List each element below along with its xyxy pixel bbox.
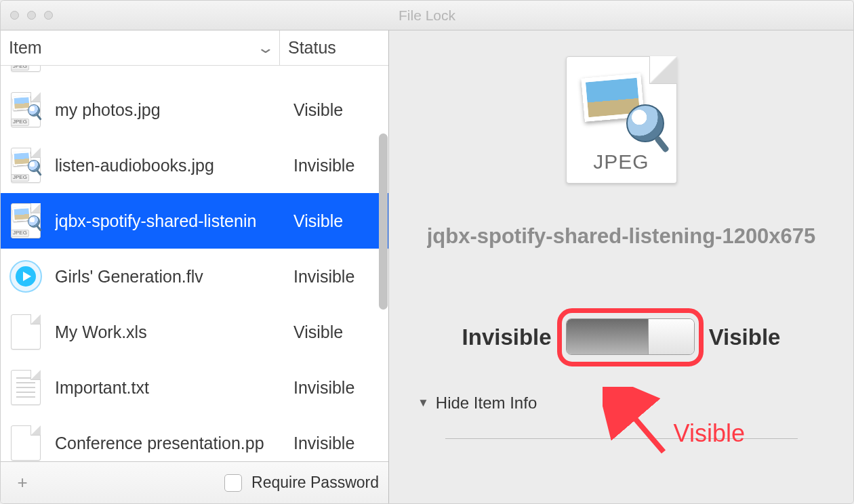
file-name: Important.txt bbox=[55, 378, 281, 398]
table-row[interactable]: Girls' Generation.flvInvisible bbox=[1, 249, 388, 304]
jpeg-file-icon: JPEG bbox=[9, 203, 43, 238]
file-status: Invisible bbox=[293, 156, 382, 175]
table-row[interactable]: Conference presentation.ppInvisible bbox=[1, 415, 388, 461]
require-password-checkbox[interactable] bbox=[224, 474, 242, 492]
table-row[interactable]: JPEG bbox=[1, 66, 388, 82]
file-name: my photos.jpg bbox=[55, 100, 281, 120]
file-status: Invisible bbox=[293, 378, 382, 398]
column-item[interactable]: Item ⌄ bbox=[1, 30, 280, 65]
close-icon[interactable] bbox=[10, 11, 19, 20]
hide-item-info-label: Hide Item Info bbox=[436, 394, 537, 413]
column-status-label: Status bbox=[288, 38, 336, 58]
minimize-icon[interactable] bbox=[27, 11, 36, 20]
window-title: File Lock bbox=[1, 7, 853, 24]
footer-bar: + Require Password bbox=[1, 461, 388, 503]
annotation-arrow-icon bbox=[603, 387, 684, 468]
table-row[interactable]: Important.txtInvisible bbox=[1, 360, 388, 415]
annotation-label: Visible bbox=[674, 419, 745, 448]
window-controls bbox=[1, 11, 53, 20]
file-list[interactable]: JPEG JPEG my photos.jpgVisible JPEG list… bbox=[1, 66, 388, 461]
scrollbar-thumb[interactable] bbox=[379, 133, 388, 310]
column-status[interactable]: Status bbox=[280, 30, 388, 65]
document-file-icon bbox=[9, 314, 43, 350]
table-header: Item ⌄ Status bbox=[1, 30, 388, 66]
file-preview-icon: JPEG bbox=[566, 56, 677, 184]
text-file-icon bbox=[9, 370, 43, 405]
jpeg-file-icon: JPEG bbox=[9, 148, 43, 183]
column-item-label: Item bbox=[9, 38, 42, 58]
table-row[interactable]: JPEG listen-audiobooks.jpgInvisible bbox=[1, 138, 388, 193]
zoom-icon[interactable] bbox=[44, 11, 53, 20]
file-type-badge: JPEG bbox=[567, 150, 676, 173]
file-name: jqbx-spotify-shared-listenin bbox=[55, 211, 281, 231]
add-button[interactable]: + bbox=[10, 471, 35, 495]
file-name: listen-audiobooks.jpg bbox=[55, 156, 281, 175]
file-name: My Work.xls bbox=[55, 322, 281, 342]
require-password-label: Require Password bbox=[251, 474, 379, 492]
hide-item-info-toggle[interactable]: ▼ Hide Item Info bbox=[418, 394, 537, 413]
jpeg-file-icon: JPEG bbox=[9, 66, 43, 72]
file-status: Visible bbox=[293, 322, 382, 342]
detail-panel: JPEG jqbx-spotify-shared-listening-1200x… bbox=[389, 30, 853, 503]
file-status: Invisible bbox=[293, 267, 382, 287]
toggle-track bbox=[567, 319, 648, 354]
disclosure-triangle-icon: ▼ bbox=[418, 396, 429, 410]
file-status: Visible bbox=[293, 211, 382, 231]
divider bbox=[445, 438, 798, 439]
visibility-toggle[interactable] bbox=[566, 318, 695, 355]
table-row[interactable]: JPEG jqbx-spotify-shared-listeninVisible bbox=[1, 193, 388, 249]
toggle-knob bbox=[648, 319, 694, 354]
file-status: Visible bbox=[293, 100, 382, 120]
detail-filename: jqbx-spotify-shared-listening-1200x675 bbox=[427, 224, 816, 249]
file-name: Conference presentation.pp bbox=[55, 434, 281, 453]
document-file-icon bbox=[9, 425, 43, 461]
annotation-highlight bbox=[557, 308, 704, 366]
label-visible: Visible bbox=[709, 324, 781, 350]
jpeg-file-icon: JPEG bbox=[9, 92, 43, 127]
svg-line-2 bbox=[615, 395, 664, 452]
chevron-down-icon: ⌄ bbox=[256, 39, 274, 57]
title-bar: File Lock bbox=[1, 1, 853, 30]
video-file-icon bbox=[9, 259, 43, 294]
file-list-panel: Item ⌄ Status JPEG JPEG my photos.jpgVis… bbox=[1, 30, 389, 503]
file-status: Invisible bbox=[293, 434, 382, 453]
label-invisible: Invisible bbox=[462, 324, 552, 350]
table-row[interactable]: My Work.xlsVisible bbox=[1, 304, 388, 360]
magnifier-icon bbox=[626, 104, 664, 142]
file-name: Girls' Generation.flv bbox=[55, 267, 281, 287]
table-row[interactable]: JPEG my photos.jpgVisible bbox=[1, 82, 388, 138]
visibility-switch-row: Invisible Visible bbox=[462, 308, 781, 366]
